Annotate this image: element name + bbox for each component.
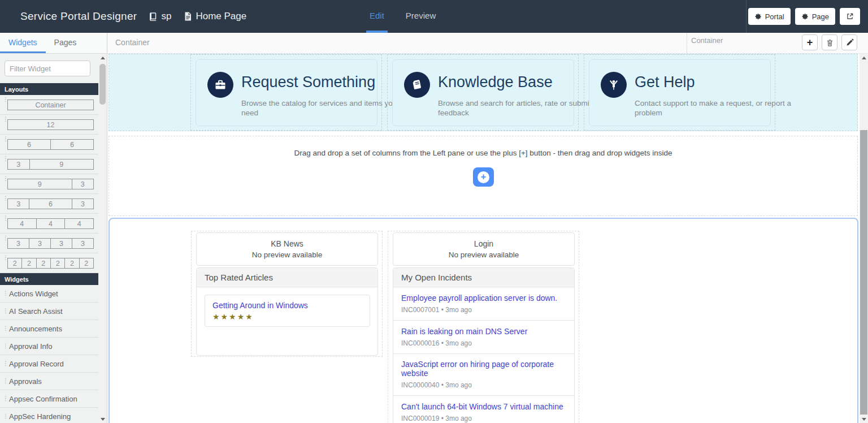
page-breadcrumb[interactable]: Home Page [183, 11, 246, 22]
widget-item-ai-search-assist[interactable]: ⋮AI Search Assist [0, 303, 99, 320]
widget-item-approvals[interactable]: ⋮Approvals [0, 373, 99, 390]
portal-breadcrumb[interactable]: sp [148, 11, 171, 22]
hero-container[interactable]: Request Something Browse the catalog for… [108, 54, 858, 131]
layout-item-container[interactable]: ⋮ Container [0, 95, 99, 115]
page-settings-button[interactable]: Page [795, 8, 835, 25]
add-button[interactable]: + [802, 34, 818, 50]
scrollbar-thumb[interactable] [860, 130, 867, 415]
incident-link[interactable]: Employee payroll application server is d… [401, 293, 557, 303]
plus-circle-icon: + [478, 171, 489, 183]
widget-note: No preview available [393, 251, 574, 259]
hero-column-2[interactable]: Knowledge Base Browse and search for art… [387, 54, 579, 131]
scroll-down-icon[interactable] [860, 415, 868, 423]
header-divider [746, 0, 747, 33]
incident-row[interactable]: Employee payroll application server is d… [393, 287, 574, 321]
layout-cell: 3 [72, 238, 94, 249]
layout-item-3-9[interactable]: ⋮ 3 9 [0, 154, 99, 174]
sidebar-tab-pages[interactable]: Pages [46, 33, 85, 53]
kb-news-widget[interactable]: KB News No preview available [196, 232, 378, 266]
book-icon [410, 78, 424, 92]
incident-link[interactable]: JavaScript error on hiring page of corpo… [401, 360, 566, 378]
page-canvas: Request Something Browse the catalog for… [107, 54, 868, 423]
layout-item-9-3[interactable]: ⋮ 9 3 [0, 174, 99, 194]
article-card[interactable]: Getting Around in Windows ★★★★★ [205, 295, 370, 327]
layout-item-4-4-4[interactable]: ⋮ 4 4 4 [0, 214, 99, 234]
empty-container-dropzone[interactable]: Drag and drop a set of columns from the … [108, 136, 858, 216]
gear-icon [801, 13, 809, 20]
star-rating: ★★★★★ [212, 312, 362, 321]
portal-settings-button[interactable]: Portal [748, 8, 791, 25]
widget-item-approval-record[interactable]: ⋮Approval Record [0, 355, 99, 373]
layout-cell: 6 [50, 139, 94, 150]
layout-item-3-3-3-3[interactable]: ⋮ 3 3 3 3 [0, 234, 99, 253]
open-in-new-button[interactable] [840, 8, 860, 25]
scrollbar-thumb[interactable] [99, 64, 106, 105]
layout-item-3-6-3[interactable]: ⋮ 3 6 3 [0, 194, 99, 214]
add-columns-button[interactable]: + [473, 167, 494, 187]
layout-cell: 4 [7, 218, 37, 229]
widget-item-label: Actions Widget [9, 290, 58, 298]
scroll-up-icon[interactable] [860, 54, 868, 62]
selected-container[interactable]: KB News No preview available Top Rated A… [108, 218, 858, 423]
widget-name: KB News [197, 239, 377, 248]
widget-column-2[interactable]: Login No preview available My Open Incid… [388, 231, 579, 423]
tab-preview[interactable]: Preview [402, 0, 439, 33]
service-portal-designer: Service Portal Designer sp Home Page Edi… [0, 0, 868, 423]
tab-edit[interactable]: Edit [366, 0, 388, 33]
widget-column-1[interactable]: KB News No preview available Top Rated A… [191, 231, 383, 357]
icon-circle [601, 72, 627, 98]
drag-handle-icon: ⋮ [3, 291, 8, 296]
header-actions: Portal Page [748, 8, 860, 25]
layout-cell: 3 [7, 159, 30, 170]
layout-cell: 12 [7, 119, 94, 130]
layout-cell: 9 [29, 159, 94, 170]
panel-title: My Open Incidents [393, 268, 574, 287]
layout-cell: 2 [36, 258, 51, 269]
card-title: Get Help [635, 74, 695, 91]
my-open-incidents-widget[interactable]: My Open Incidents Employee payroll appli… [393, 267, 575, 423]
request-something-card[interactable]: Request Something Browse the catalog for… [196, 59, 377, 126]
layout-item-2x6[interactable]: ⋮ 2 2 2 2 2 2 [0, 253, 99, 273]
incident-row[interactable]: Rain is leaking on main DNS Server INC00… [393, 321, 574, 354]
edit-button[interactable] [841, 34, 857, 50]
hero-column-3[interactable]: Get Help Contact support to make a reque… [584, 54, 775, 131]
widget-item-actions-widget[interactable]: ⋮Actions Widget [0, 285, 99, 303]
layout-cell: 2 [7, 258, 22, 269]
incident-link[interactable]: Can't launch 64-bit Windows 7 virtual ma… [401, 402, 563, 411]
canvas-scrollbar[interactable] [860, 54, 868, 423]
layout-cell: 6 [7, 139, 51, 150]
top-rated-articles-widget[interactable]: Top Rated Articles Getting Around in Win… [196, 267, 378, 356]
sidebar-tab-widgets[interactable]: Widgets [0, 33, 46, 53]
pencil-icon [845, 38, 854, 47]
get-help-card[interactable]: Get Help Contact support to make a reque… [589, 59, 771, 126]
incident-row[interactable]: JavaScript error on hiring page of corpo… [393, 354, 574, 396]
incident-link[interactable]: Rain is leaking on main DNS Server [401, 327, 527, 336]
dropzone-hint: Drag and drop a set of columns from the … [109, 149, 857, 157]
container-tool-buttons: + [802, 34, 857, 50]
layout-cell: 3 [72, 179, 94, 189]
portal-settings-label: Portal [765, 12, 784, 21]
article-link[interactable]: Getting Around in Windows [212, 301, 308, 310]
delete-button[interactable] [822, 34, 837, 50]
widget-item-appsec-hardening[interactable]: ⋮AppSec Hardening [0, 408, 99, 423]
scroll-up-icon[interactable] [98, 54, 107, 62]
widgets-section-header: Widgets [0, 273, 99, 285]
layouts-section-header: Layouts [0, 83, 99, 95]
layout-item-12[interactable]: ⋮ 12 [0, 115, 99, 135]
scroll-down-icon[interactable] [98, 415, 107, 423]
widget-item-label: Approvals [9, 377, 42, 386]
sidebar-scrollbar[interactable] [98, 54, 107, 423]
page-settings-label: Page [812, 12, 829, 21]
filter-widget-input[interactable] [5, 61, 90, 76]
layout-item-6-6[interactable]: ⋮ 6 6 [0, 135, 99, 154]
login-widget[interactable]: Login No preview available [393, 232, 575, 266]
widget-item-announcements[interactable]: ⋮Announcements [0, 320, 99, 338]
incident-row[interactable]: Can't launch 64-bit Windows 7 virtual ma… [393, 396, 574, 423]
icon-circle [404, 72, 430, 98]
knowledge-base-card[interactable]: Knowledge Base Browse and search for art… [392, 59, 574, 126]
widget-item-approval-info[interactable]: ⋮Approval Info [0, 338, 99, 355]
gear-icon [754, 13, 762, 20]
left-sidebar: Widgets Pages Layouts ⋮ Container ⋮ 12 ⋮ [0, 33, 107, 423]
hero-column-1[interactable]: Request Something Browse the catalog for… [190, 54, 382, 131]
widget-item-appsec-confirmation[interactable]: ⋮Appsec Confirmation [0, 390, 99, 408]
